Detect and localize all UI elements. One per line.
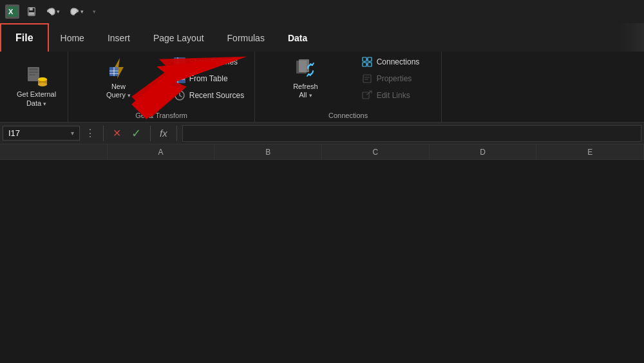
formula-divider-3 xyxy=(176,126,177,141)
get-external-data-group: Get External Data ▾ xyxy=(5,52,68,122)
connections-icon xyxy=(361,56,373,68)
cell-reference-box[interactable]: I17 ▾ xyxy=(3,126,80,141)
formula-fx-button[interactable]: fx xyxy=(156,128,171,139)
svg-text:X: X xyxy=(8,8,14,15)
formula-dots: ⋮ xyxy=(82,127,98,139)
column-headers: A B C D E xyxy=(0,144,644,160)
quick-access-dropdown[interactable]: ▾ xyxy=(93,8,96,15)
undo-dropdown[interactable]: ▾ xyxy=(57,8,60,15)
svg-rect-30 xyxy=(363,57,366,61)
connections-group: Refresh All ▾ xyxy=(255,52,442,122)
ribbon-tabs: File Home Insert Page Layout Formulas Da… xyxy=(0,23,644,52)
properties-icon xyxy=(361,73,373,84)
connections-group-label: Connections xyxy=(328,109,368,122)
svg-rect-7 xyxy=(29,72,38,73)
svg-rect-8 xyxy=(29,74,35,75)
show-queries-icon xyxy=(174,56,185,68)
cell-reference-value: I17 xyxy=(8,128,20,138)
new-query-button[interactable]: New Query ▾ xyxy=(75,54,162,102)
recent-sources-icon xyxy=(174,90,185,101)
refresh-all-button[interactable]: Refresh All ▾ xyxy=(261,54,350,102)
col-header-b: B xyxy=(214,144,322,159)
get-external-data-button[interactable]: Get External Data ▾ xyxy=(12,55,61,117)
formula-bar: I17 ▾ ⋮ ✕ ✓ fx xyxy=(0,123,644,144)
get-transform-group: New Query ▾ Show Queri xyxy=(68,52,255,122)
col-header-c: C xyxy=(322,144,430,159)
recent-sources-button[interactable]: Recent Sources xyxy=(170,88,248,103)
refresh-all-label: Refresh All ▾ xyxy=(293,83,318,99)
redo-dropdown[interactable]: ▾ xyxy=(80,8,84,15)
row-number-header xyxy=(0,144,108,159)
tab-insert[interactable]: Insert xyxy=(96,23,142,52)
get-transform-group-label: Get & Transform xyxy=(135,109,187,122)
svg-rect-29 xyxy=(299,59,309,72)
edit-links-button[interactable]: Edit Links xyxy=(357,88,435,103)
undo-button[interactable]: ▾ xyxy=(44,6,62,17)
tab-page-layout[interactable]: Page Layout xyxy=(142,23,216,52)
svg-point-12 xyxy=(38,77,47,81)
svg-rect-4 xyxy=(29,12,35,15)
col-header-e: E xyxy=(536,144,644,159)
properties-button[interactable]: Properties xyxy=(357,71,435,86)
from-table-icon xyxy=(174,73,185,84)
svg-rect-33 xyxy=(368,63,372,66)
refresh-all-icon xyxy=(294,57,317,80)
formula-input-area[interactable] xyxy=(182,125,641,142)
show-queries-button[interactable]: Show Queries xyxy=(170,54,248,70)
svg-rect-38 xyxy=(363,75,371,83)
formula-cancel-button[interactable]: ✕ xyxy=(109,127,125,139)
tab-formulas[interactable]: Formulas xyxy=(216,23,276,52)
formula-divider-2 xyxy=(150,126,151,141)
new-query-icon xyxy=(107,57,130,80)
connections-button[interactable]: Connections xyxy=(357,54,435,70)
formula-confirm-button[interactable]: ✓ xyxy=(128,126,145,141)
svg-rect-3 xyxy=(30,8,33,10)
tab-home[interactable]: Home xyxy=(49,23,96,52)
get-external-data-icon xyxy=(25,64,48,88)
svg-rect-31 xyxy=(368,57,372,61)
app-icon: X xyxy=(5,5,19,19)
cell-reference-dropdown[interactable]: ▾ xyxy=(71,130,74,137)
svg-point-11 xyxy=(38,83,47,86)
save-button[interactable] xyxy=(24,6,39,17)
col-header-d: D xyxy=(430,144,537,159)
svg-rect-32 xyxy=(363,63,366,66)
svg-rect-26 xyxy=(175,75,177,76)
tab-data[interactable]: Data xyxy=(276,23,314,52)
svg-rect-6 xyxy=(29,68,38,70)
from-table-button[interactable]: From Table xyxy=(170,71,248,86)
new-query-label: New Query ▾ xyxy=(106,83,131,99)
ribbon-content: Get External Data ▾ xyxy=(0,52,644,123)
get-external-data-label: Get External Data ▾ xyxy=(17,90,56,107)
svg-rect-18 xyxy=(174,57,185,66)
col-header-a: A xyxy=(108,144,215,159)
title-bar: X ▾ ▾ ▾ xyxy=(0,0,644,23)
edit-links-icon xyxy=(361,90,373,101)
formula-divider-1 xyxy=(103,126,104,141)
redo-button[interactable]: ▾ xyxy=(68,6,86,17)
tab-file[interactable]: File xyxy=(0,23,49,52)
